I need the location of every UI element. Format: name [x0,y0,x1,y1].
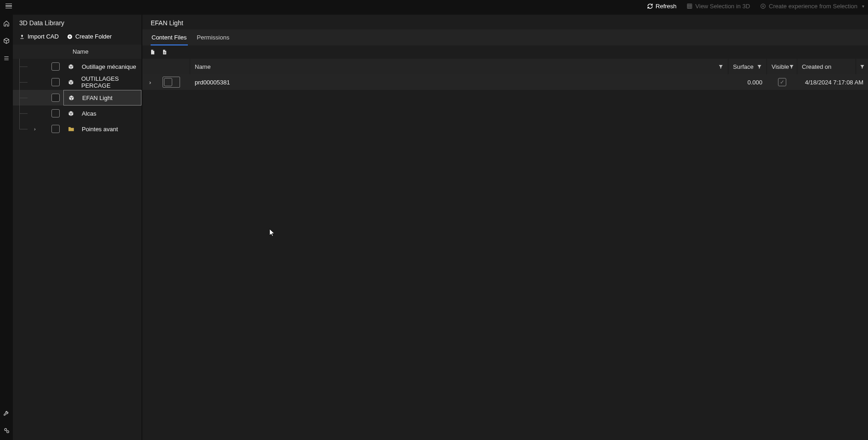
tree-item-label: Pointes avant [82,126,118,133]
tree-item-label: OUTILLAGES PERCAGE [81,75,141,89]
tree-item-label: Alcas [82,110,96,117]
chevron-down-icon: ▾ [862,4,864,9]
tab-content-files[interactable]: Content Files [151,31,188,45]
create-experience-label: Create experience from Selection [769,3,857,10]
library-panel: 3D Data Library Import CAD Create Folder… [13,12,141,440]
grid-row[interactable]: ›prd000053810.000✓4/18/2024 7:17:08 AM [142,74,868,90]
content-panel: EFAN Light Content Files Permissions Nam… [141,12,868,440]
cube-icon [68,95,75,101]
cube-icon [68,79,74,85]
wrench-icon[interactable] [3,410,10,416]
grid-header: Name Surface Visible Created on [142,59,868,74]
file-add-icon[interactable] [150,49,155,55]
folder-icon [68,126,74,132]
filter-icon[interactable] [757,64,762,69]
col-created[interactable]: Created on [797,59,856,74]
col-surface[interactable]: Surface [728,59,767,74]
top-toolbar: Refresh View Selection in 3D Create expe… [0,0,868,12]
library-name-column[interactable]: Name [13,45,141,59]
tree-item[interactable]: Alcas [13,106,141,121]
view-3d-label: View Selection in 3D [695,3,750,10]
checkbox[interactable] [51,94,60,102]
home-icon[interactable] [3,20,10,27]
checkbox[interactable] [51,78,60,86]
filter-icon[interactable] [860,64,865,69]
cube-icon [68,64,74,70]
svg-rect-0 [688,4,692,8]
filter-icon[interactable] [789,64,794,69]
svg-rect-5 [164,52,166,53]
file-icon[interactable] [162,49,167,55]
library-tree: Outillage mécaniqueOUTILLAGES PERCAGEEFA… [13,59,141,137]
cell-surface: 0.000 [728,74,767,90]
view-3d-button: View Selection in 3D [687,3,750,10]
chevron-right-icon[interactable]: › [34,126,36,132]
svg-point-3 [7,431,9,433]
create-folder-button[interactable]: Create Folder [67,33,112,40]
plus-circle-icon [67,34,73,39]
content-title: EFAN Light [142,15,868,29]
create-experience-button: Create experience from Selection ▾ [760,3,864,10]
plus-circle-icon [760,3,766,9]
col-name[interactable]: Name [190,59,728,74]
refresh-icon [647,3,653,9]
upload-icon [19,34,25,39]
svg-point-2 [5,429,7,431]
cube-icon [68,111,74,117]
cube-icon[interactable] [3,38,10,44]
create-folder-label: Create Folder [75,33,112,40]
tab-permissions[interactable]: Permissions [196,31,231,45]
grid-body: ›prd000053810.000✓4/18/2024 7:17:08 AM [142,74,868,90]
tree-item[interactable]: Outillage mécanique [13,59,141,74]
col-visible[interactable]: Visible [767,59,797,74]
settings-icon[interactable] [3,427,10,434]
refresh-button[interactable]: Refresh [647,3,677,10]
import-cad-label: Import CAD [28,33,59,40]
col-filter[interactable] [856,59,868,74]
cell-name: prd00005381 [190,74,728,90]
tree-item[interactable]: EFAN Light [13,90,141,106]
checkbox[interactable] [51,109,60,117]
menu-icon[interactable] [4,2,14,11]
tree-item[interactable]: OUTILLAGES PERCAGE [13,74,141,90]
tree-item-label: Outillage mécanique [82,63,136,70]
visible-checkbox[interactable]: ✓ [778,78,786,86]
expand-row-icon[interactable]: › [142,74,158,90]
cell-created: 4/18/2024 7:17:08 AM [797,74,868,90]
tree-item[interactable]: ›Pointes avant [13,121,141,137]
left-icon-rail [0,12,13,440]
tree-item-label: EFAN Light [82,95,113,101]
list-icon[interactable] [3,55,10,61]
svg-rect-6 [164,53,166,54]
checkbox-wrap[interactable] [163,77,180,88]
library-title: 3D Data Library [13,15,141,30]
filter-icon[interactable] [718,64,723,69]
import-cad-button[interactable]: Import CAD [19,33,59,40]
checkbox[interactable] [51,125,60,133]
refresh-label: Refresh [656,3,677,10]
grid-3d-icon [687,3,693,9]
checkbox[interactable] [51,62,60,71]
